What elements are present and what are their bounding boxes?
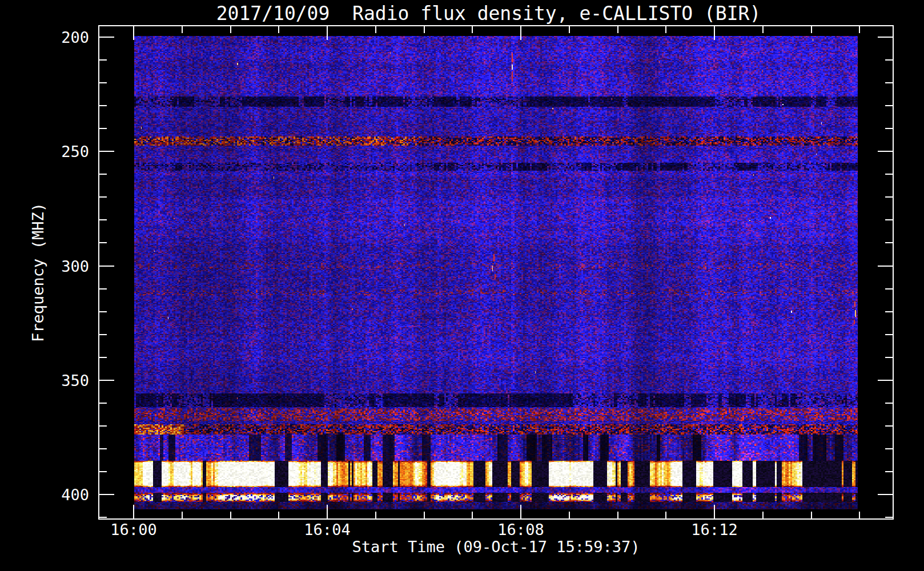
axis-tick — [885, 425, 893, 427]
axis-tick — [762, 512, 764, 518]
axis-tick — [885, 196, 893, 198]
y-tick-label: 250 — [40, 143, 89, 160]
y-tick-label: 300 — [40, 258, 89, 275]
axis-tick — [885, 174, 893, 175]
axis-tick — [99, 403, 107, 404]
axis-tick — [375, 26, 376, 33]
axis-tick — [99, 174, 107, 175]
chart-title: 2017/10/09 Radio flux density, e-CALLIST… — [91, 2, 886, 25]
axis-tick — [811, 26, 812, 33]
axis-tick — [885, 517, 893, 518]
axis-tick — [99, 105, 107, 106]
spectrogram-page: 2017/10/09 Radio flux density, e-CALLIST… — [0, 0, 924, 571]
axis-tick — [762, 26, 764, 33]
axis-tick — [99, 334, 107, 335]
axis-tick — [278, 512, 279, 518]
axis-tick — [665, 26, 666, 33]
axis-tick — [99, 266, 114, 267]
axis-tick — [327, 505, 328, 518]
x-tick-label: 16:04 — [304, 521, 350, 538]
axis-tick — [99, 82, 107, 83]
axis-tick — [99, 59, 107, 61]
axis-tick — [885, 219, 893, 220]
axis-tick — [859, 512, 860, 518]
axis-tick — [424, 512, 425, 518]
axis-tick — [520, 505, 521, 518]
axis-tick — [569, 512, 570, 518]
y-tick-label: 400 — [40, 486, 89, 504]
axis-tick — [327, 26, 328, 40]
axis-tick — [99, 471, 107, 472]
axis-tick — [885, 288, 893, 289]
axis-tick — [424, 26, 425, 33]
axis-tick — [99, 311, 107, 312]
axis-tick — [569, 26, 570, 33]
axis-tick — [375, 512, 376, 518]
axis-tick — [230, 26, 231, 33]
axis-tick — [182, 512, 183, 518]
axis-tick — [885, 59, 893, 61]
axis-tick — [99, 448, 107, 449]
y-axis-title: Frequency (MHZ) — [29, 203, 47, 342]
axis-tick — [885, 128, 893, 129]
axis-tick — [278, 26, 279, 33]
axis-tick — [99, 357, 107, 358]
axis-tick — [859, 26, 860, 33]
axis-tick — [99, 425, 107, 427]
axis-tick — [878, 494, 893, 495]
axis-tick — [878, 266, 893, 267]
axis-tick — [885, 357, 893, 358]
axis-tick — [133, 26, 134, 40]
axis-tick — [520, 26, 521, 40]
axis-tick — [885, 471, 893, 472]
x-tick-label: 16:12 — [691, 521, 737, 538]
axis-tick — [99, 494, 114, 495]
axis-tick — [99, 128, 107, 129]
axis-tick — [472, 26, 473, 33]
axis-tick — [878, 37, 893, 38]
axis-tick — [885, 311, 893, 312]
axis-tick — [885, 403, 893, 404]
axis-tick — [99, 242, 107, 243]
x-tick-label: 16:00 — [110, 521, 156, 538]
axis-tick — [617, 26, 618, 33]
axis-tick — [230, 512, 231, 518]
axis-tick — [182, 26, 183, 33]
axis-tick — [99, 517, 107, 518]
axis-tick — [878, 380, 893, 381]
axis-tick — [472, 512, 473, 518]
axis-tick — [811, 512, 812, 518]
axis-tick — [878, 151, 893, 152]
axis-tick — [99, 196, 107, 198]
y-tick-label: 200 — [40, 29, 89, 46]
spectrogram-canvas — [134, 36, 858, 509]
axis-tick — [885, 242, 893, 243]
axis-tick — [885, 448, 893, 449]
axis-tick — [99, 288, 107, 289]
axis-tick — [714, 505, 715, 518]
axis-tick — [99, 37, 114, 38]
axis-tick — [714, 26, 715, 40]
axis-tick — [133, 505, 134, 518]
axis-tick — [99, 219, 107, 220]
axis-tick — [885, 105, 893, 106]
y-tick-label: 350 — [40, 372, 89, 389]
axis-tick — [885, 82, 893, 83]
axis-tick — [99, 151, 114, 152]
axis-tick — [99, 380, 114, 381]
x-tick-label: 16:08 — [497, 521, 544, 538]
axis-tick — [885, 334, 893, 335]
axis-tick — [665, 512, 666, 518]
x-axis-title: Start Time (09-Oct-17 15:59:37) — [98, 538, 894, 556]
axis-tick — [617, 512, 618, 518]
